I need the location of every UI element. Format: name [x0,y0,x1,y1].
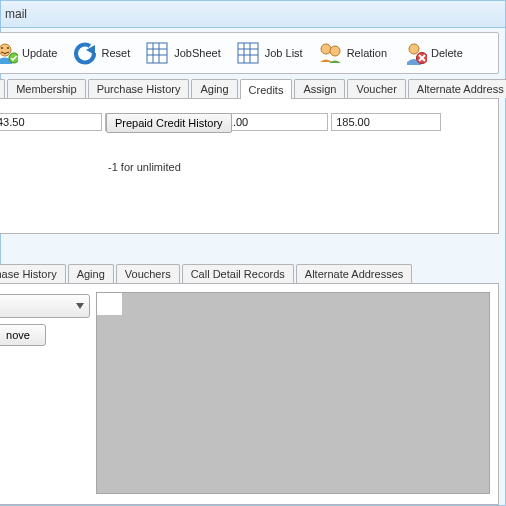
tab2-aging[interactable]: Aging [68,264,114,283]
list-corner [97,293,123,316]
tab-assign[interactable]: Assign [294,79,345,98]
tab-membership-label: Membership [16,83,77,95]
update-label: Update [22,47,57,59]
tab-credits-label: Credits [249,84,284,96]
tab-aging[interactable]: Aging [191,79,237,98]
relation-icon [317,40,343,66]
svg-rect-5 [147,43,167,63]
list-area[interactable] [96,292,490,494]
svg-point-16 [330,46,340,56]
combo-select[interactable] [0,294,90,318]
svg-marker-21 [76,303,84,309]
remove-button[interactable]: nove [0,324,46,346]
tab-voucher[interactable]: Voucher [347,79,405,98]
tab-alternate-address[interactable]: Alternate Address [408,79,506,98]
relation-label: Relation [347,47,387,59]
tabstrip-lower: chase History Aging Vouchers Call Detail… [0,264,499,284]
titlebar: mail [1,1,505,28]
svg-point-17 [409,44,419,54]
reset-button[interactable]: Reset [67,38,134,68]
prepaid-history-button[interactable]: Prepaid Credit History [106,113,232,133]
credit-field-3[interactable] [218,113,328,131]
window-frame: mail Update Reset [0,0,506,506]
left-controls: nove [0,294,90,494]
tab-assign-label: Assign [303,83,336,95]
reset-icon [71,40,97,66]
credit-field-4[interactable] [331,113,441,131]
tab2-alternate-addresses[interactable]: Alternate Addresses [296,264,412,283]
delete-icon [401,40,427,66]
joblist-label: Job List [265,47,303,59]
tab2-purchase-history[interactable]: chase History [0,264,66,283]
tab2-vouchers-label: Vouchers [125,268,171,280]
tab2-aging-label: Aging [77,268,105,280]
jobsheet-label: JobSheet [174,47,220,59]
unlimited-hint: -1 for unlimited [108,161,181,173]
credit-field-1[interactable] [0,113,102,131]
relation-button[interactable]: Relation [313,38,391,68]
chevron-down-icon [75,301,85,311]
tab2-cdr-label: Call Detail Records [191,268,285,280]
svg-point-15 [321,44,331,54]
tab-voucher-label: Voucher [356,83,396,95]
tab-credits[interactable]: Credits [240,79,293,99]
tab-purchase-history[interactable]: Purchase History [88,79,190,98]
tab-altaddr-label: Alternate Address [417,83,504,95]
svg-point-1 [1,47,3,49]
title-text: mail [5,7,27,21]
svg-rect-10 [238,43,258,63]
tab2-vouchers[interactable]: Vouchers [116,264,180,283]
update-button[interactable]: Update [0,38,61,68]
lower-panel: nove [0,284,499,505]
joblist-button[interactable]: Job List [231,38,307,68]
tab2-purchase-label: chase History [0,268,57,280]
delete-label: Delete [431,47,463,59]
svg-point-0 [0,44,11,56]
update-icon [0,40,18,66]
tab-membership[interactable]: Membership [7,79,86,98]
credits-panel: Prepaid Credit History -1 for unlimited [0,99,499,234]
tab-purchase-label: Purchase History [97,83,181,95]
jobsheet-button[interactable]: JobSheet [140,38,224,68]
toolbar: Update Reset JobSheet [0,32,499,74]
tab2-altaddr-label: Alternate Addresses [305,268,403,280]
svg-point-2 [7,47,9,49]
svg-point-3 [9,53,18,63]
reset-label: Reset [101,47,130,59]
jobsheet-icon [144,40,170,66]
joblist-icon [235,40,261,66]
tab2-cdr[interactable]: Call Detail Records [182,264,294,283]
tab-aging-label: Aging [200,83,228,95]
delete-button[interactable]: Delete [397,38,467,68]
tabstrip-upper: g Membership Purchase History Aging Cred… [0,78,499,99]
tab-cut[interactable]: g [0,79,5,98]
